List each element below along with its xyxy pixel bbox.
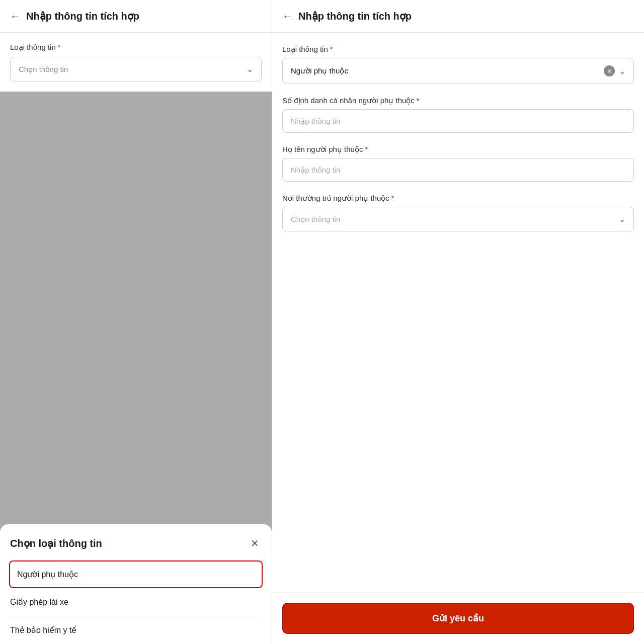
field4-dropdown[interactable]: Chọn thông tin ⌄ <box>282 207 634 231</box>
form-group-type: Loại thông tin * Người phụ thuộc ✕ ⌄ <box>282 45 634 84</box>
form-group-id: Số định danh cá nhân người phụ thuộc * <box>282 96 634 133</box>
form-group-name: Họ tên người phụ thuộc * <box>282 145 634 182</box>
right-back-button[interactable]: ← <box>282 11 292 22</box>
left-top-section: ← Nhập thông tin tích hợp <box>0 0 272 33</box>
sheet-item-1[interactable]: Giấy phép lái xe <box>10 588 262 616</box>
left-header: ← Nhập thông tin tích hợp <box>10 10 262 22</box>
left-dimmed-overlay: Chọn loại thông tin ✕ Người phụ thuộc Gi… <box>0 92 272 644</box>
left-chevron-icon: ⌄ <box>247 64 253 74</box>
left-form-section: Loại thông tin * Chọn thông tin ⌄ <box>0 33 272 92</box>
field1-clear-button[interactable]: ✕ <box>604 65 615 76</box>
sheet-item-label-0: Người phụ thuộc <box>17 570 78 579</box>
field1-icons: ✕ ⌄ <box>604 65 625 76</box>
field1-chevron-icon: ⌄ <box>619 66 625 76</box>
submit-button[interactable]: Gửi yêu cầu <box>282 603 634 634</box>
right-panel: ← Nhập thông tin tích hợp Loại thông tin… <box>272 0 644 644</box>
left-header-title: Nhập thông tin tích hợp <box>26 10 139 22</box>
field3-required: * <box>365 145 367 153</box>
field4-label: Nơi thường trú người phụ thuộc * <box>282 194 634 203</box>
field1-label: Loại thông tin * <box>282 45 634 54</box>
sheet-item-2[interactable]: Thẻ bảo hiểm y tế <box>10 616 262 644</box>
field2-input[interactable] <box>282 109 634 133</box>
sheet-title: Chọn loại thông tin <box>10 537 102 549</box>
right-form: Loại thông tin * Người phụ thuộc ✕ ⌄ Số … <box>272 33 644 592</box>
required-indicator: * <box>58 43 60 51</box>
bottom-bar: Gửi yêu cầu <box>272 592 644 644</box>
left-panel: ← Nhập thông tin tích hợp Loại thông tin… <box>0 0 272 644</box>
field2-label: Số định danh cá nhân người phụ thuộc * <box>282 96 634 105</box>
sheet-header: Chọn loại thông tin ✕ <box>10 536 262 550</box>
left-select-placeholder: Chọn thông tin <box>19 65 68 74</box>
sheet-close-button[interactable]: ✕ <box>248 536 262 550</box>
right-header: ← Nhập thông tin tích hợp <box>272 0 644 33</box>
form-group-address: Nơi thường trú người phụ thuộc * Chọn th… <box>282 194 634 231</box>
field4-placeholder: Chọn thông tin <box>291 215 340 224</box>
left-select-box[interactable]: Chọn thông tin ⌄ <box>10 57 262 82</box>
sheet-item-label-2: Thẻ bảo hiểm y tế <box>10 626 76 634</box>
field2-required: * <box>417 97 419 105</box>
sheet-item-0[interactable]: Người phụ thuộc <box>9 560 263 588</box>
field4-required: * <box>391 194 394 202</box>
field3-input[interactable] <box>282 158 634 182</box>
field4-chevron-icon: ⌄ <box>619 214 625 224</box>
right-header-title: Nhập thông tin tích hợp <box>298 10 412 22</box>
field1-dropdown[interactable]: Người phụ thuộc ✕ ⌄ <box>282 58 634 84</box>
bottom-sheet: Chọn loại thông tin ✕ Người phụ thuộc Gi… <box>0 524 272 644</box>
field1-value: Người phụ thuộc <box>291 66 348 75</box>
left-form-label: Loại thông tin * <box>10 43 262 52</box>
left-back-button[interactable]: ← <box>10 11 20 22</box>
field3-label: Họ tên người phụ thuộc * <box>282 145 634 154</box>
sheet-item-label-1: Giấy phép lái xe <box>10 598 68 606</box>
field1-required: * <box>330 45 333 53</box>
